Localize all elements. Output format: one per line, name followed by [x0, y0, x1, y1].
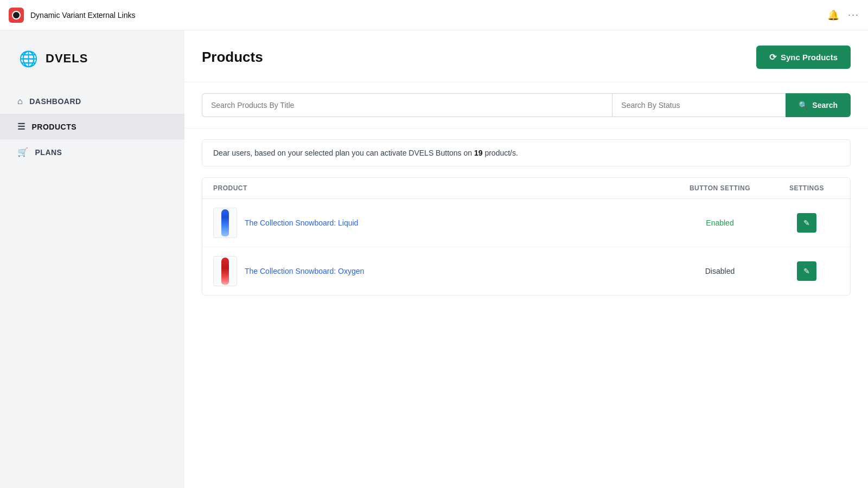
- sidebar-logo-text: DVELS: [46, 52, 88, 66]
- page-title: Products: [202, 49, 263, 66]
- col-header-product: PRODUCT: [213, 184, 666, 192]
- snowboard-oxygen-image: [221, 258, 229, 285]
- settings-cell-oxygen: ✎: [774, 261, 839, 281]
- edit-button-liquid[interactable]: ✎: [797, 213, 816, 233]
- info-prefix: Dear users, based on your selected plan …: [213, 149, 474, 157]
- search-bar: 🔍 Search: [184, 82, 868, 129]
- table-row: The Collection Snowboard: Liquid Enabled…: [202, 199, 850, 247]
- product-cell-liquid: The Collection Snowboard: Liquid: [213, 208, 666, 238]
- info-suffix: product/s.: [483, 149, 518, 157]
- button-setting-liquid: Enabled: [666, 218, 774, 228]
- table-row: The Collection Snowboard: Oxygen Disable…: [202, 247, 850, 295]
- info-banner: Dear users, based on your selected plan …: [202, 139, 851, 166]
- sidebar-item-products[interactable]: ☰ PRODUCTS: [0, 114, 184, 139]
- sync-button-label: Sync Products: [781, 53, 838, 62]
- snowboard-liquid-image: [221, 209, 229, 236]
- list-icon: ☰: [17, 121, 25, 132]
- product-thumbnail-oxygen: [213, 256, 237, 286]
- search-icon: 🔍: [799, 101, 808, 110]
- sidebar-item-dashboard[interactable]: ⌂ DASHBOARD: [0, 89, 184, 114]
- sidebar-logo-section: 🌐 DVELS: [0, 48, 184, 89]
- cart-icon: 🛒: [17, 147, 29, 157]
- search-title-input[interactable]: [202, 93, 612, 117]
- more-options-icon[interactable]: ···: [848, 9, 859, 21]
- info-count: 19: [474, 149, 483, 157]
- page-header: Products ⟳ Sync Products: [184, 30, 868, 82]
- status-disabled-badge: Disabled: [705, 267, 735, 275]
- search-status-input[interactable]: [612, 93, 786, 117]
- sidebar-item-products-label: PRODUCTS: [32, 123, 77, 131]
- bell-icon[interactable]: 🔔: [827, 9, 839, 21]
- logo-icon: [12, 11, 21, 20]
- home-icon: ⌂: [17, 97, 23, 106]
- sync-products-button[interactable]: ⟳ Sync Products: [756, 46, 851, 69]
- product-link-oxygen[interactable]: The Collection Snowboard: Oxygen: [245, 267, 364, 275]
- edit-button-oxygen[interactable]: ✎: [797, 261, 816, 281]
- search-button[interactable]: 🔍 Search: [786, 93, 851, 117]
- product-cell-oxygen: The Collection Snowboard: Oxygen: [213, 256, 666, 286]
- product-thumbnail-liquid: [213, 208, 237, 238]
- top-bar-actions: 🔔 ···: [827, 9, 859, 21]
- button-setting-oxygen: Disabled: [666, 266, 774, 276]
- table-header: PRODUCT BUTTON SETTING SETTINGS: [202, 178, 850, 199]
- sidebar-item-plans-label: PLANS: [35, 148, 62, 157]
- col-header-settings: SETTINGS: [774, 184, 839, 192]
- product-table: PRODUCT BUTTON SETTING SETTINGS The Coll…: [202, 177, 851, 296]
- status-enabled-badge: Enabled: [706, 219, 733, 227]
- edit-icon: ✎: [803, 219, 810, 227]
- sidebar-item-plans[interactable]: 🛒 PLANS: [0, 139, 184, 165]
- sync-icon: ⟳: [769, 52, 776, 62]
- sidebar-item-dashboard-label: DASHBOARD: [29, 97, 81, 106]
- app-title: Dynamic Variant External Links: [30, 11, 827, 20]
- edit-icon: ✎: [803, 267, 810, 275]
- app-logo: [9, 8, 24, 23]
- sidebar: 🌐 DVELS ⌂ DASHBOARD ☰ PRODUCTS 🛒 PLANS: [0, 30, 184, 488]
- search-button-label: Search: [812, 101, 838, 110]
- product-link-liquid[interactable]: The Collection Snowboard: Liquid: [245, 219, 358, 227]
- sidebar-nav: ⌂ DASHBOARD ☰ PRODUCTS 🛒 PLANS: [0, 89, 184, 165]
- content-area: Products ⟳ Sync Products 🔍 Search Dear u…: [184, 30, 868, 488]
- col-header-button-setting: BUTTON SETTING: [666, 184, 774, 192]
- top-bar: Dynamic Variant External Links 🔔 ···: [0, 0, 868, 30]
- settings-cell-liquid: ✎: [774, 213, 839, 233]
- sidebar-logo-icon: 🌐: [17, 48, 39, 69]
- main-area: 🌐 DVELS ⌂ DASHBOARD ☰ PRODUCTS 🛒 PLANS: [0, 30, 868, 488]
